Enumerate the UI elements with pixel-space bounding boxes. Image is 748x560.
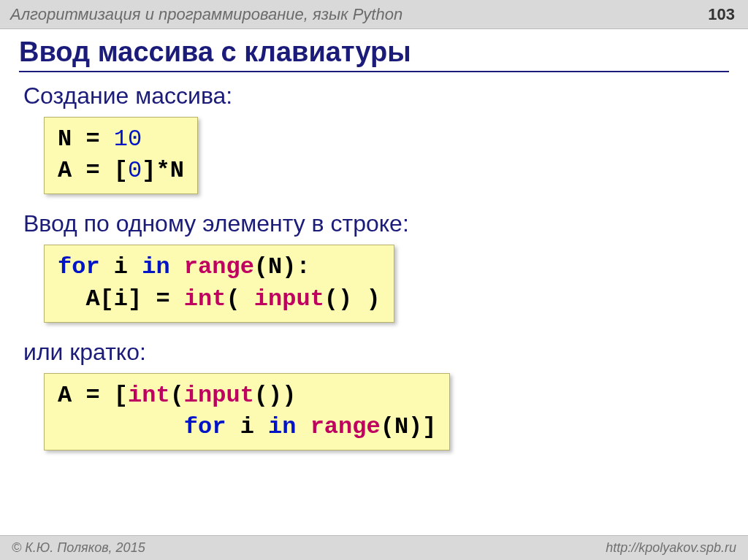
code-token: = (142, 285, 184, 312)
code-token: in (142, 253, 169, 280)
code-token: A[i] (58, 285, 142, 312)
code-token: ]*N (142, 157, 184, 184)
slide-header: Алгоритмизация и программирование, язык … (0, 0, 748, 29)
footer-url: http://kpolyakov.spb.ru (606, 540, 736, 556)
code-token: = (72, 126, 114, 153)
code-token: () ) (324, 285, 381, 312)
code-token: for (58, 253, 100, 280)
slide-title: Ввод массива с клавиатуры (19, 37, 729, 72)
code-token: ( (226, 285, 253, 312)
code-token: int (128, 382, 170, 409)
header-title: Алгоритмизация и программирование, язык … (10, 5, 402, 24)
code-token: i (100, 253, 142, 280)
code-token: range (184, 253, 254, 280)
code-token: ()) (254, 382, 297, 409)
code-token: in (268, 413, 296, 440)
code-token: for (184, 413, 226, 440)
code-token: 10 (114, 126, 142, 153)
code-token: (N)] (381, 413, 437, 440)
code-token: ( (170, 382, 184, 409)
code-token: input (254, 285, 324, 312)
slide-content: Ввод массива с клавиатуры Создание масси… (0, 29, 748, 461)
code-token (170, 253, 184, 280)
code-token: int (184, 285, 226, 312)
code-token: A (58, 157, 72, 184)
section-short-form: или кратко: (23, 339, 729, 366)
code-token: 0 (128, 157, 142, 184)
section-input-loop: Ввод по одному элементу в строке: (23, 210, 729, 237)
code-token: = [ (72, 157, 128, 184)
code-token: range (310, 413, 381, 440)
code-block-2: for i in range(N): A[i] = int( input() ) (44, 245, 394, 322)
code-token: A (58, 382, 72, 409)
footer-copyright: © К.Ю. Поляков, 2015 (12, 540, 145, 556)
page-number: 103 (708, 5, 735, 24)
code-token (296, 413, 310, 440)
code-token: (N): (254, 253, 310, 280)
code-token: input (184, 382, 254, 409)
code-token: N (58, 126, 72, 153)
code-block-1: N = 10 A = [0]*N (44, 117, 198, 194)
code-token: = [ (72, 382, 128, 409)
section-create-array: Создание массива: (23, 83, 729, 110)
code-token (58, 413, 184, 440)
code-token: i (226, 413, 268, 440)
slide-footer: © К.Ю. Поляков, 2015 http://kpolyakov.sp… (0, 535, 748, 560)
code-block-3: A = [int(input()) for i in range(N)] (44, 373, 450, 450)
